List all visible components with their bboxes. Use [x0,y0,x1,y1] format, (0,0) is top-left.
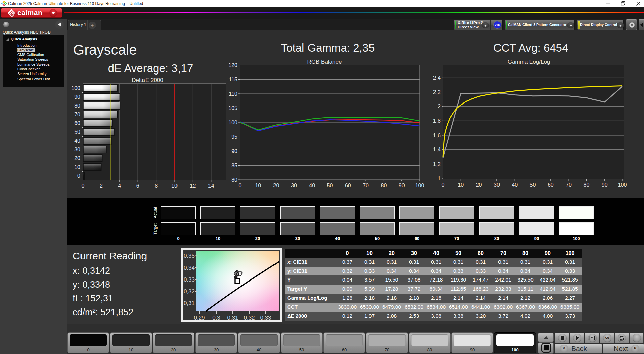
svg-text:2: 2 [100,183,103,189]
svg-text:1,6: 1,6 [433,132,441,138]
svg-text:40: 40 [512,182,518,188]
svg-text:50: 50 [74,129,80,135]
svg-text:60: 60 [345,183,351,188]
svg-text:40: 40 [309,183,315,188]
svg-text:120: 120 [228,62,237,68]
svg-text:20: 20 [476,182,482,188]
svg-text:8: 8 [155,183,158,189]
svg-text:0,32: 0,32 [184,288,195,295]
svg-text:70: 70 [74,112,80,117]
svg-text:40: 40 [74,138,80,144]
svg-text:30: 30 [74,147,80,152]
svg-text:80: 80 [381,183,387,188]
svg-text:0,31: 0,31 [184,300,195,306]
svg-text:1,2: 1,2 [433,161,441,167]
svg-text:80: 80 [74,103,80,109]
svg-text:0,35: 0,35 [184,253,195,259]
svg-text:100: 100 [71,85,80,91]
svg-text:2,2: 2,2 [433,89,441,95]
svg-text:1,8: 1,8 [433,118,441,124]
svg-text:60: 60 [548,182,554,188]
svg-text:0: 0 [442,182,445,188]
svg-text:70: 70 [363,183,369,188]
svg-text:80: 80 [231,177,237,183]
svg-text:CCT Avg: 6454: CCT Avg: 6454 [493,41,569,54]
svg-text:100: 100 [228,120,237,125]
svg-text:0,3: 0,3 [212,315,220,321]
svg-text:20: 20 [273,183,279,188]
svg-text:90: 90 [602,182,608,188]
svg-text:20: 20 [74,155,80,161]
svg-text:DeltaE 2000: DeltaE 2000 [132,77,163,83]
svg-text:90: 90 [399,183,405,188]
svg-text:100: 100 [415,183,424,188]
svg-text:Grayscale: Grayscale [73,42,137,58]
svg-text:50: 50 [530,182,536,188]
svg-text:90: 90 [231,148,237,154]
svg-text:14: 14 [208,183,214,189]
svg-text:105: 105 [228,105,237,111]
svg-text:70: 70 [566,182,572,188]
svg-text:60: 60 [74,120,80,126]
svg-text:10: 10 [458,182,464,188]
svg-text:85: 85 [231,163,237,168]
svg-text:110: 110 [229,91,237,97]
svg-text:30: 30 [494,182,500,188]
svg-text:2,4: 2,4 [433,75,441,81]
svg-text:10: 10 [74,164,80,170]
svg-text:30: 30 [291,183,297,188]
svg-text:10: 10 [255,183,261,188]
svg-text:50: 50 [327,183,333,188]
svg-text:0: 0 [82,183,85,189]
svg-text:0,33: 0,33 [260,315,271,321]
svg-text:0: 0 [77,173,80,179]
svg-text:0,34: 0,34 [184,265,195,271]
svg-text:6: 6 [136,183,139,189]
svg-text:4: 4 [118,183,121,189]
svg-text:1: 1 [438,176,441,181]
svg-text:10: 10 [171,183,178,189]
svg-text:90: 90 [74,94,80,100]
svg-text:0,33: 0,33 [184,276,195,283]
svg-text:1,4: 1,4 [433,147,441,152]
svg-text:2: 2 [438,104,441,109]
svg-text:80: 80 [584,182,590,188]
svg-text:100: 100 [618,182,627,188]
svg-text:12: 12 [190,183,196,189]
svg-text:dE Average: 3,17: dE Average: 3,17 [108,62,193,75]
svg-text:115: 115 [229,77,237,82]
svg-text:0,29: 0,29 [194,315,205,321]
svg-text:0: 0 [239,183,242,188]
svg-text:0,32: 0,32 [244,315,255,321]
svg-text:95: 95 [231,134,237,140]
svg-text:RGB Balance: RGB Balance [307,59,342,65]
svg-text:Total Gamma: 2,35: Total Gamma: 2,35 [281,41,375,54]
svg-text:0,31: 0,31 [227,315,238,321]
svg-text:Gamma Log/Log: Gamma Log/Log [508,59,550,65]
